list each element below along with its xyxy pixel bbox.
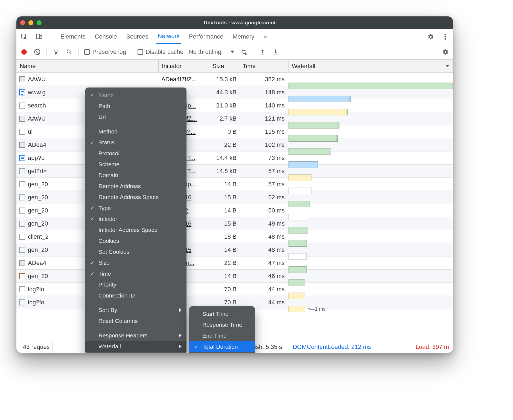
menu-item[interactable]: Path — [85, 101, 186, 112]
menu-item[interactable]: Name — [85, 90, 186, 101]
menu-item[interactable]: Type — [85, 203, 186, 214]
table-row[interactable]: searchm=cdos,dp...21.0 kB140 ms — [16, 99, 453, 112]
column-context-menu: NamePathUrlMethodStatusProtocolSchemeDom… — [85, 88, 186, 353]
table-row[interactable]: ADea4(index)22 B102 ms — [16, 138, 453, 151]
request-size: 15 B — [209, 220, 239, 227]
tab-elements[interactable]: Elements — [59, 30, 87, 43]
settings-gear-icon[interactable] — [427, 33, 434, 40]
chevron-down-icon — [445, 65, 449, 67]
menu-item[interactable]: Status — [85, 137, 186, 148]
menu-item[interactable]: Start Time — [189, 308, 255, 319]
menu-item[interactable]: Reset Columns — [85, 316, 186, 326]
menu-item[interactable]: Url — [85, 112, 186, 122]
request-time: 102 ms — [239, 141, 288, 148]
table-row[interactable]: gen_20m=cdos,dp...14 B57 ms — [16, 178, 453, 191]
table-row[interactable]: AAWUADea4I7IfZ...15.3 kB382 ms — [16, 73, 453, 86]
table-row[interactable]: ADea4app?origin...22 B47 ms — [16, 256, 453, 270]
menu-item[interactable]: Remote Address Space — [85, 192, 186, 203]
status-load: Load: 397 m — [416, 343, 449, 351]
menu-item[interactable]: Domain — [85, 170, 186, 181]
column-time[interactable]: Time — [239, 60, 288, 72]
request-size: 15 B — [209, 194, 239, 201]
table-row[interactable]: gen_20(index):21514 B48 ms — [16, 243, 453, 256]
menu-item[interactable]: Protocol — [85, 148, 186, 159]
menu-item[interactable]: Waterfall — [85, 341, 186, 352]
request-initiator[interactable]: ADea4I7IfZ... — [159, 76, 209, 83]
table-row[interactable]: gen_20(index):11615 B52 ms — [16, 191, 453, 204]
throttling-select[interactable]: No throttling — [189, 48, 235, 56]
search-icon[interactable] — [65, 48, 73, 56]
tabs-overflow[interactable]: » — [263, 30, 268, 43]
upload-har-icon[interactable] — [259, 48, 266, 56]
table-row[interactable]: gen_20(index):11615 B49 ms — [16, 217, 453, 230]
column-initiator[interactable]: Initiator — [159, 60, 209, 72]
request-size: 44.3 kB — [209, 89, 239, 96]
preserve-log-checkbox[interactable]: Preserve log — [84, 48, 126, 56]
request-size: 14 B — [209, 181, 239, 188]
file-type-icon — [19, 168, 25, 174]
request-name: log?fo — [28, 286, 44, 293]
menu-item[interactable]: Size — [85, 257, 186, 268]
menu-item[interactable]: Sort By — [85, 305, 186, 316]
menu-item[interactable]: Initiator Address Space — [85, 224, 186, 235]
file-type-icon — [19, 155, 25, 161]
table-row[interactable]: uim=DhPYm...0 B115 ms — [16, 125, 453, 138]
tab-performance[interactable]: Performance — [188, 30, 225, 43]
column-name[interactable]: Name — [16, 60, 159, 72]
table-row[interactable]: get?rt=rs=AA2YrT...14.8 kB57 ms — [16, 165, 453, 178]
menu-item[interactable]: Response Time — [189, 319, 255, 330]
table-row[interactable]: gen_2014 B46 ms — [16, 270, 453, 283]
menu-item[interactable]: Response Headers — [85, 330, 186, 341]
menu-item[interactable]: End Time — [189, 330, 255, 341]
download-har-icon[interactable] — [272, 48, 279, 56]
kebab-menu-icon[interactable] — [441, 33, 449, 40]
record-button[interactable] — [20, 48, 28, 56]
request-size: 14.4 kB — [209, 154, 239, 162]
file-type-icon — [19, 208, 25, 214]
tab-console[interactable]: Console — [94, 30, 118, 43]
tab-memory[interactable]: Memory — [232, 30, 255, 43]
menu-item[interactable]: Time — [85, 268, 186, 279]
request-name: gen_20 — [28, 207, 48, 214]
clear-icon[interactable] — [33, 48, 41, 56]
table-row[interactable]: log?fo70 B44 ms — [16, 283, 453, 296]
table-row[interactable]: gen_20(index):1214 B50 ms — [16, 204, 453, 217]
tab-sources[interactable]: Sources — [125, 30, 149, 43]
table-row[interactable]: app?ors=AA2YrT...14.4 kB73 ms — [16, 151, 453, 165]
request-time: 44 ms — [239, 286, 288, 293]
menu-item[interactable]: Set Cookies — [85, 246, 186, 257]
menu-item[interactable]: Scheme — [85, 159, 186, 170]
tab-network[interactable]: Network — [156, 30, 181, 44]
network-conditions-icon[interactable] — [240, 48, 247, 56]
request-time: 49 ms — [239, 220, 288, 227]
network-settings-gear-icon[interactable] — [441, 48, 449, 56]
file-type-icon — [19, 234, 25, 240]
menu-item[interactable]: Remote Address — [85, 181, 186, 192]
request-name: AAWU — [28, 115, 46, 122]
menu-item[interactable]: Priority — [85, 279, 186, 290]
menu-item[interactable]: Total Duration — [189, 341, 255, 352]
inspect-element-icon[interactable] — [20, 33, 28, 40]
table-row[interactable]: client_2(index):318 B48 ms — [16, 230, 453, 243]
column-size[interactable]: Size — [209, 60, 239, 72]
menu-item[interactable]: Method — [85, 126, 186, 137]
menu-item[interactable]: Cookies — [85, 235, 186, 246]
svg-point-5 — [444, 38, 446, 39]
menu-item[interactable]: Latency — [189, 352, 255, 353]
filter-icon[interactable] — [52, 48, 60, 56]
network-table-header[interactable]: Name Initiator Size Time Waterfall — [16, 60, 453, 73]
column-waterfall[interactable]: Waterfall — [288, 60, 453, 72]
request-time: 47 ms — [239, 259, 288, 267]
svg-point-8 — [245, 53, 246, 54]
close-window-button[interactable] — [20, 20, 25, 25]
menu-item[interactable]: Connection ID — [85, 290, 186, 301]
file-type-icon — [19, 221, 25, 227]
table-row[interactable]: AAWUADea4I7IfZ...2.7 kB121 ms — [16, 112, 453, 125]
device-toolbar-icon[interactable] — [35, 33, 43, 40]
request-size: 70 B — [209, 286, 239, 293]
request-size: 14 B — [209, 273, 239, 280]
minimize-window-button[interactable] — [28, 20, 33, 25]
disable-cache-checkbox[interactable]: Disable cache — [138, 48, 183, 56]
zoom-window-button[interactable] — [37, 20, 42, 25]
menu-item[interactable]: Initiator — [85, 214, 186, 224]
